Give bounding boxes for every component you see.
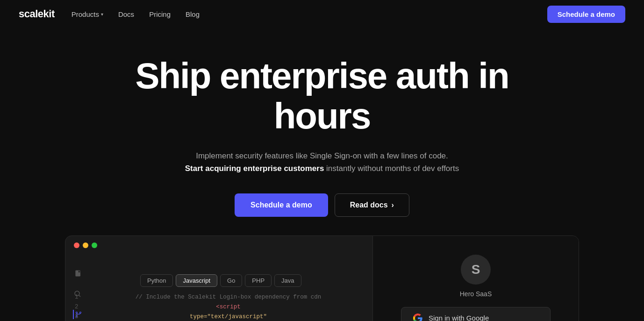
schedule-demo-button-hero[interactable]: Schedule a demo (235, 193, 328, 217)
hero-subtitle-bold: Start acquiring enterprise customers (185, 164, 324, 173)
tab-python[interactable]: Python (140, 274, 173, 287)
window-controls (65, 236, 372, 255)
app-logo-area: S Hero SaaS (460, 255, 492, 298)
app-logo: S (461, 255, 491, 285)
line-numbers: 1 2 3 4 (75, 292, 79, 321)
hero-section: Ship enterprise auth in hours Implement … (0, 28, 644, 321)
window-dot-yellow (83, 243, 88, 248)
code-editor-panel: Python Javascript Go PHP Java 1 2 3 4 //… (65, 236, 373, 321)
code-line-1: // Include the Scalekit Login-box depend… (93, 292, 363, 302)
app-name-label: Hero SaaS (460, 290, 492, 298)
logo[interactable]: scalekit (19, 8, 55, 20)
arrow-icon: › (392, 201, 394, 209)
code-content: 1 2 3 4 // Include the Scalekit Login-bo… (65, 287, 372, 321)
hero-buttons: Schedule a demo Read docs › (235, 193, 409, 217)
hero-subtitle-tail: instantly without months of dev efforts (326, 164, 459, 173)
window-dot-green (92, 243, 97, 248)
signin-panel: S Hero SaaS Sign in with Google (373, 236, 579, 321)
nav-pricing[interactable]: Pricing (149, 10, 171, 18)
google-icon (413, 313, 423, 321)
window-dot-red (74, 243, 79, 248)
tab-java[interactable]: Java (274, 274, 301, 287)
chevron-down-icon: ▾ (101, 12, 103, 17)
code-line-3: type="text/javascript" (93, 312, 363, 321)
navbar: scalekit Products ▾ Docs Pricing Blog Sc… (0, 0, 644, 28)
code-panel: Python Javascript Go PHP Java 1 2 3 4 //… (65, 235, 579, 321)
tab-php[interactable]: PHP (245, 274, 272, 287)
nav-links: Products ▾ Docs Pricing Blog (72, 10, 200, 18)
google-signin-button[interactable]: Sign in with Google (401, 307, 551, 321)
file-icon[interactable] (73, 269, 82, 278)
tab-javascript[interactable]: Javascript (176, 274, 217, 287)
nav-left: scalekit Products ▾ Docs Pricing Blog (19, 8, 200, 20)
hero-subtitle: Implement security features like Single … (185, 150, 459, 175)
read-docs-button[interactable]: Read docs › (335, 193, 409, 217)
nav-docs[interactable]: Docs (118, 10, 134, 18)
google-signin-label: Sign in with Google (429, 314, 489, 321)
hero-title: Ship enterprise auth in hours (112, 56, 532, 136)
nav-blog[interactable]: Blog (186, 10, 200, 18)
code-line-2: <script (93, 302, 363, 312)
language-tabs: Python Javascript Go PHP Java (65, 274, 372, 287)
schedule-demo-button-nav[interactable]: Schedule a demo (547, 6, 625, 23)
tab-go[interactable]: Go (220, 274, 242, 287)
read-docs-label: Read docs (350, 201, 388, 209)
nav-products[interactable]: Products ▾ (72, 10, 103, 18)
hero-subtitle-regular: Implement security features like Single … (196, 151, 448, 160)
